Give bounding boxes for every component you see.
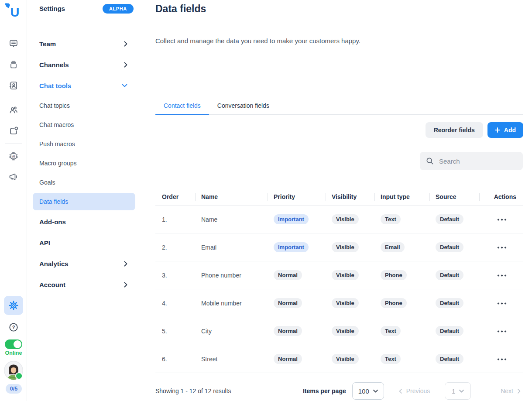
- sidebar-item-chat-macros[interactable]: Chat macros: [33, 115, 135, 134]
- cell-name: Phone number: [195, 272, 268, 279]
- add-button[interactable]: Add: [487, 122, 523, 138]
- ai-chip-icon[interactable]: AI: [8, 151, 19, 161]
- table-row: 5. City Normal Visible Text Default: [155, 317, 523, 345]
- cell-source: Default: [429, 242, 479, 252]
- sidebar-item-macro-groups[interactable]: Macro groups: [33, 154, 135, 173]
- items-per-page-select[interactable]: 100: [352, 382, 384, 400]
- online-toggle[interactable]: [5, 339, 22, 349]
- column-header-actions: Actions: [479, 193, 523, 200]
- cell-visibility: Visible: [326, 242, 374, 252]
- chat-status-icon[interactable]: [8, 126, 19, 136]
- inbox-box-icon[interactable]: [8, 59, 19, 70]
- chevron-down-icon: [122, 84, 127, 87]
- cell-name: Street: [195, 356, 268, 363]
- cell-priority: Normal: [268, 354, 326, 364]
- page-subtitle: Collect and manage the data you need to …: [155, 37, 360, 45]
- ellipsis-icon: [497, 302, 508, 305]
- cell-visibility: Visible: [326, 298, 374, 308]
- cell-visibility: Visible: [326, 214, 374, 224]
- data-fields-table: Order Name Priority Visibility Input typ…: [155, 189, 523, 373]
- items-per-page-label: Items per page: [303, 387, 346, 394]
- sidebar-item-api[interactable]: API: [33, 232, 135, 253]
- results-summary: Showing 1 - 12 of 12 results: [155, 387, 231, 394]
- page-select[interactable]: 1: [445, 382, 471, 400]
- cell-visibility: Visible: [326, 270, 374, 280]
- sidebar-nav: Team Channels Chat tools Chat topics Cha…: [33, 33, 135, 295]
- avatar[interactable]: [4, 361, 23, 380]
- sidebar-item-label: Channels: [39, 61, 69, 69]
- userlike-logo[interactable]: U: [3, 2, 23, 20]
- next-page-button[interactable]: Next: [501, 387, 521, 394]
- alpha-badge: ALPHA: [103, 4, 134, 14]
- cell-name: City: [195, 328, 268, 335]
- contacts-book-icon[interactable]: [8, 80, 19, 91]
- chevron-down-icon: [373, 390, 378, 393]
- previous-page-button[interactable]: Previous: [399, 387, 430, 394]
- row-actions-button[interactable]: [494, 272, 516, 279]
- cell-source: Default: [429, 354, 479, 364]
- cell-name: Mobile number: [195, 300, 268, 307]
- cell-actions: [479, 243, 523, 251]
- sidebar-item-add-ons[interactable]: Add-ons: [33, 211, 135, 232]
- page-title: Data fields: [155, 3, 206, 15]
- source-badge: Default: [436, 270, 463, 280]
- tab-conversation-fields[interactable]: Conversation fields: [209, 99, 278, 114]
- column-header-order: Order: [155, 193, 195, 200]
- row-actions-button[interactable]: [494, 328, 516, 335]
- sidebar-item-label: Goals: [39, 179, 55, 186]
- items-per-page-value: 100: [358, 387, 369, 395]
- table-row: 1. Name Important Visible Text Default: [155, 206, 523, 233]
- cell-priority: Normal: [268, 326, 326, 336]
- chevron-left-icon: [399, 389, 402, 394]
- visibility-badge: Visible: [332, 326, 359, 336]
- cell-input-type: Phone: [374, 270, 429, 280]
- cell-input-type: Phone: [374, 298, 429, 308]
- row-actions-button[interactable]: [494, 300, 516, 307]
- cell-visibility: Visible: [326, 326, 374, 336]
- announcements-megaphone-icon[interactable]: [8, 171, 19, 182]
- table-row: 3. Phone number Normal Visible Phone Def…: [155, 261, 523, 289]
- sidebar-item-account[interactable]: Account: [33, 274, 135, 295]
- sidebar-item-push-macros[interactable]: Push macros: [33, 134, 135, 154]
- sidebar-item-analytics[interactable]: Analytics: [33, 253, 135, 274]
- settings-gear-button[interactable]: [4, 296, 23, 315]
- row-actions-button[interactable]: [494, 356, 516, 363]
- sidebar-item-data-fields[interactable]: Data fields: [33, 193, 135, 210]
- team-people-icon[interactable]: [8, 105, 19, 116]
- row-actions-button[interactable]: [494, 216, 516, 223]
- tab-contact-fields[interactable]: Contact fields: [155, 99, 209, 114]
- cell-actions: [479, 327, 523, 335]
- cell-priority: Important: [268, 214, 326, 224]
- chevron-right-icon: [124, 41, 127, 47]
- cell-input-type: Text: [374, 214, 429, 224]
- sidebar-item-goals[interactable]: Goals: [33, 173, 135, 192]
- cell-order: 5.: [155, 328, 195, 335]
- sidebar-item-team[interactable]: Team: [33, 33, 135, 54]
- pagination-bar: Showing 1 - 12 of 12 results Items per p…: [155, 382, 523, 400]
- input-type-badge: Text: [381, 214, 401, 224]
- add-button-label: Add: [504, 127, 516, 134]
- sidebar-item-chat-topics[interactable]: Chat topics: [33, 96, 135, 115]
- sidebar-item-chat-tools[interactable]: Chat tools: [33, 75, 135, 96]
- cell-visibility: Visible: [326, 354, 374, 364]
- cell-order: 3.: [155, 272, 195, 279]
- svg-text:U: U: [10, 5, 20, 19]
- pagination-controls: Items per page 100 Previous 1 Next: [303, 382, 523, 400]
- column-header-input-type: Input type: [374, 193, 429, 200]
- visibility-badge: Visible: [332, 270, 359, 280]
- source-badge: Default: [436, 326, 463, 336]
- chat-messages-icon[interactable]: [8, 38, 19, 49]
- sidebar-item-label: Chat topics: [39, 102, 70, 109]
- search-input[interactable]: [439, 158, 517, 165]
- priority-badge: Important: [274, 242, 309, 252]
- sidebar-item-label: Team: [39, 40, 56, 48]
- sidebar-item-channels[interactable]: Channels: [33, 54, 135, 75]
- help-icon[interactable]: ?: [8, 322, 19, 332]
- column-header-source: Source: [429, 193, 479, 200]
- ellipsis-icon: [497, 274, 508, 277]
- cell-input-type: Email: [374, 242, 429, 252]
- sidebar-item-label: Data fields: [39, 198, 68, 205]
- ellipsis-icon: [497, 219, 508, 221]
- row-actions-button[interactable]: [494, 244, 516, 251]
- reorder-fields-button[interactable]: Reorder fields: [426, 122, 483, 138]
